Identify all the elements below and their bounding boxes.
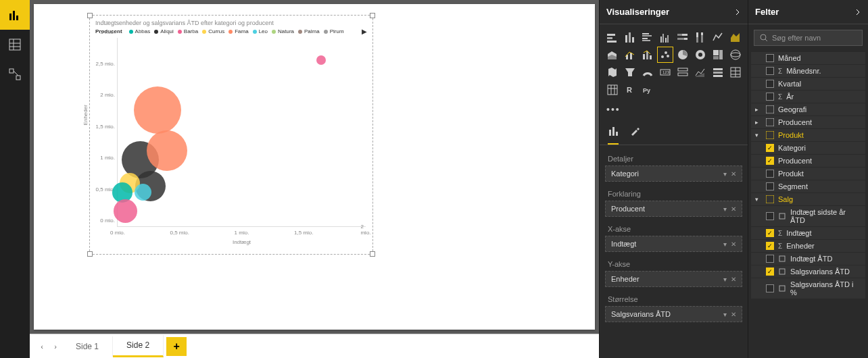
viz-ribbon-icon[interactable] bbox=[640, 47, 655, 62]
viz-r-icon[interactable]: R bbox=[623, 82, 637, 97]
data-bubble[interactable] bbox=[316, 55, 326, 65]
fields-header[interactable]: Felter bbox=[748, 0, 868, 24]
svg-rect-27 bbox=[677, 38, 684, 40]
viz-py-icon[interactable]: Py bbox=[640, 82, 655, 97]
dropdown-icon[interactable]: ▾ bbox=[723, 170, 727, 178]
viz-area-icon[interactable] bbox=[728, 30, 743, 45]
field-indtaegt[interactable]: ΣIndtægt bbox=[751, 227, 865, 239]
field-salgsvarians[interactable]: Salgsvarians ÅTD bbox=[751, 265, 865, 278]
viz-more-icon[interactable]: ••• bbox=[600, 103, 748, 120]
table-geografi[interactable]: ▸Geografi bbox=[751, 103, 865, 116]
viz-pie-icon[interactable] bbox=[675, 47, 690, 62]
field-maanedsnr[interactable]: ΣMånedsnr. bbox=[751, 65, 865, 77]
viz-stacked-column-icon[interactable] bbox=[623, 30, 637, 45]
dropdown-icon[interactable]: ▾ bbox=[723, 240, 727, 248]
visualizations-header[interactable]: Visualiseringer bbox=[600, 0, 748, 24]
viz-filled-map-icon[interactable] bbox=[605, 65, 620, 80]
well-details[interactable]: Kategori▾✕ bbox=[605, 165, 742, 182]
page-tab-1[interactable]: Side 1 bbox=[62, 336, 113, 357]
prev-page-icon[interactable]: ‹ bbox=[35, 342, 49, 351]
chart-title: Indtægtsenheder og salgsvarians ÅTD efte… bbox=[90, 16, 372, 28]
data-bubble[interactable] bbox=[147, 130, 187, 171]
viz-100-column-icon[interactable] bbox=[693, 30, 708, 45]
add-page-button[interactable]: + bbox=[166, 337, 187, 356]
well-xaxis[interactable]: Indtægt▾✕ bbox=[605, 236, 742, 252]
field-indtaegt-sidste[interactable]: Indtægt sidste år ÅTD bbox=[751, 206, 865, 226]
viz-gauge-icon[interactable] bbox=[640, 65, 655, 80]
x-axis-label: Indtægt bbox=[233, 239, 251, 245]
next-page-icon[interactable]: › bbox=[49, 342, 62, 351]
remove-icon[interactable]: ✕ bbox=[731, 205, 736, 213]
viz-matrix-icon[interactable] bbox=[605, 82, 620, 97]
bubble-chart-visual[interactable]: Indtægtsenheder og salgsvarians ÅTD efte… bbox=[89, 15, 373, 255]
well-label-xaxis: X-akse bbox=[600, 220, 748, 236]
viz-slicer-icon[interactable] bbox=[710, 65, 725, 80]
field-indtaegt-atd[interactable]: Indtægt ÅTD bbox=[751, 253, 865, 265]
remove-icon[interactable]: ✕ bbox=[731, 311, 736, 318]
data-bubble[interactable] bbox=[134, 86, 181, 134]
resize-handle[interactable] bbox=[370, 13, 375, 18]
dropdown-icon[interactable]: ▾ bbox=[723, 311, 727, 318]
viz-kpi-icon[interactable] bbox=[693, 65, 708, 80]
resize-handle[interactable] bbox=[87, 251, 93, 257]
table-producent[interactable]: ▸Producent bbox=[751, 116, 865, 128]
remove-icon[interactable]: ✕ bbox=[731, 240, 736, 248]
viz-treemap-icon[interactable] bbox=[710, 47, 725, 62]
field-kvartal[interactable]: Kvartal bbox=[751, 78, 865, 90]
viz-line-icon[interactable] bbox=[710, 30, 725, 45]
svg-rect-65 bbox=[609, 130, 611, 136]
well-legend[interactable]: Producent▾✕ bbox=[605, 201, 742, 217]
fields-search[interactable]: Søg efter navn bbox=[754, 30, 863, 46]
viz-map-icon[interactable] bbox=[728, 47, 743, 62]
viz-100-bar-icon[interactable] bbox=[675, 30, 690, 45]
report-canvas[interactable]: Indtægtsenheder og salgsvarians ÅTD efte… bbox=[34, 4, 595, 330]
viz-combo-icon[interactable] bbox=[623, 47, 637, 62]
svg-point-38 bbox=[665, 51, 667, 54]
svg-rect-12 bbox=[607, 41, 617, 43]
viz-funnel-icon[interactable] bbox=[623, 65, 637, 80]
viz-card-icon[interactable]: 123 bbox=[658, 65, 673, 80]
viz-scatter-icon[interactable] bbox=[658, 47, 673, 62]
viz-stacked-bar-icon[interactable] bbox=[605, 30, 620, 45]
table-produkt[interactable]: ▾Produkt bbox=[751, 129, 865, 141]
viz-stacked-area-icon[interactable] bbox=[605, 47, 620, 62]
data-bubble[interactable] bbox=[135, 184, 151, 201]
resize-handle[interactable] bbox=[87, 13, 93, 18]
data-view-button[interactable] bbox=[0, 30, 30, 59]
model-view-button[interactable] bbox=[0, 59, 30, 89]
viz-table-icon[interactable] bbox=[728, 65, 743, 80]
field-producent-f[interactable]: Producent bbox=[751, 155, 865, 167]
field-produkt-f[interactable]: Produkt bbox=[751, 168, 865, 180]
svg-rect-15 bbox=[632, 37, 634, 43]
data-bubble[interactable] bbox=[114, 199, 137, 223]
well-yaxis[interactable]: Enheder▾✕ bbox=[605, 271, 742, 287]
svg-rect-1 bbox=[13, 11, 15, 20]
svg-rect-25 bbox=[677, 34, 682, 36]
remove-icon[interactable]: ✕ bbox=[731, 170, 736, 178]
svg-rect-18 bbox=[642, 38, 648, 39]
viz-donut-icon[interactable] bbox=[693, 47, 708, 62]
visualizations-panel: Visualiseringer 123 R Py ••• bbox=[599, 0, 748, 358]
remove-icon[interactable]: ✕ bbox=[731, 276, 736, 283]
report-view-button[interactable] bbox=[0, 0, 30, 30]
field-aar[interactable]: ΣÅr bbox=[751, 91, 865, 103]
dropdown-icon[interactable]: ▾ bbox=[723, 205, 727, 213]
dropdown-icon[interactable]: ▾ bbox=[723, 276, 727, 283]
table-salg[interactable]: ▾Salg bbox=[751, 193, 865, 205]
viz-clustered-bar-icon[interactable] bbox=[640, 30, 655, 45]
field-salgsvarians-pct[interactable]: Salgsvarians ÅTD i % bbox=[751, 278, 865, 299]
field-kategori[interactable]: Kategori bbox=[751, 142, 865, 154]
svg-rect-21 bbox=[662, 34, 664, 43]
viz-clustered-column-icon[interactable] bbox=[658, 30, 673, 45]
format-tab[interactable] bbox=[629, 126, 640, 145]
well-size[interactable]: Salgsvarians ÅTD▾✕ bbox=[605, 306, 742, 322]
legend-scroll-right-icon[interactable]: ▶ bbox=[362, 28, 367, 35]
fields-tab[interactable] bbox=[608, 126, 619, 145]
field-enheder[interactable]: ΣEnheder bbox=[751, 240, 865, 252]
viz-multi-card-icon[interactable] bbox=[675, 65, 690, 80]
resize-handle[interactable] bbox=[370, 251, 375, 257]
page-tab-2[interactable]: Side 2 bbox=[113, 335, 164, 357]
field-segment[interactable]: Segment bbox=[751, 180, 865, 193]
field-maaned[interactable]: Måned bbox=[751, 52, 865, 64]
chart-plot-area[interactable]: Enheder Indtægt 0 mio. 0,5 mio. 1 mio. 1… bbox=[117, 38, 366, 227]
